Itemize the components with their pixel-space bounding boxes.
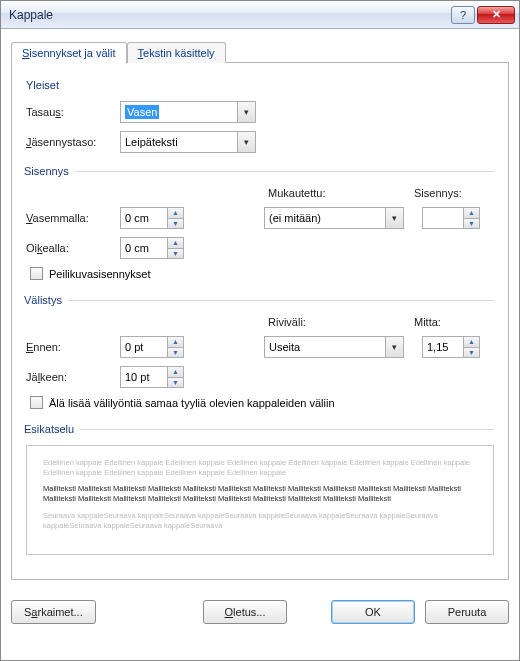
group-general-label: Yleiset: [26, 79, 494, 91]
cancel-button[interactable]: Peruuta: [425, 600, 509, 624]
tabs-button[interactable]: Sarkaimet...: [11, 600, 96, 624]
preview-prev-text: Edellinen kappale Edellinen kappale Edel…: [43, 458, 477, 478]
left-indent-label: Vasemmalla:: [26, 212, 114, 224]
tab-indent-spacing[interactable]: Sisennykset ja välit: [11, 42, 127, 64]
at-label: Mitta:: [414, 316, 441, 328]
group-spacing-label: Välistys: [24, 294, 68, 306]
special-dropdown[interactable]: (ei mitään) ▾: [264, 207, 404, 229]
tab-page: Yleiset Tasaus: Vasen ▾ Jäsennystaso: Le…: [11, 63, 509, 580]
window-title: Kappale: [9, 8, 449, 22]
spin-down-icon[interactable]: ▼: [464, 348, 479, 358]
alignment-label: Tasaus:: [26, 106, 114, 118]
tab-text-flow[interactable]: Tekstin käsittely: [127, 42, 226, 63]
tab-row: Sisennykset ja välit Tekstin käsittely: [11, 37, 509, 63]
ok-button[interactable]: OK: [331, 600, 415, 624]
no-space-same-style-checkbox[interactable]: [30, 396, 43, 409]
spin-down-icon[interactable]: ▼: [464, 219, 479, 229]
spin-down-icon[interactable]: ▼: [168, 249, 183, 259]
default-button[interactable]: Oletus...: [203, 600, 287, 624]
spin-down-icon[interactable]: ▼: [168, 219, 183, 229]
preview-next-text: Seuraava kappaleSeuraava kappaleSeuraava…: [43, 511, 477, 531]
preview-box: Edellinen kappale Edellinen kappale Edel…: [26, 445, 494, 555]
dialog-body: Sisennykset ja välit Tekstin käsittely Y…: [1, 29, 519, 590]
alignment-dropdown[interactable]: Vasen ▾: [120, 101, 256, 123]
titlebar: Kappale ? ✕: [1, 1, 519, 29]
by-spinner[interactable]: ▲▼: [422, 207, 480, 229]
at-spinner[interactable]: 1,15 ▲▼: [422, 336, 480, 358]
no-space-same-style-label: Älä lisää välilyöntiä samaa tyyliä olevi…: [49, 397, 335, 409]
before-label: Ennen:: [26, 341, 114, 353]
special-label: Mukautettu:: [268, 187, 414, 199]
group-spacing: Välistys Riviväli: Mitta: Ennen: 0 pt ▲▼…: [26, 294, 494, 411]
by-label: Sisennys:: [414, 187, 462, 199]
chevron-down-icon[interactable]: ▾: [237, 102, 255, 122]
mirror-indents-label: Peilikuvasisennykset: [49, 268, 151, 280]
alignment-value: Vasen: [125, 105, 159, 119]
group-indent: Sisennys Mukautettu: Sisennys: Vasemmall…: [26, 165, 494, 282]
chevron-down-icon[interactable]: ▾: [385, 208, 403, 228]
group-indent-label: Sisennys: [24, 165, 75, 177]
after-spinner[interactable]: 10 pt ▲▼: [120, 366, 184, 388]
group-preview-label: Esikatselu: [24, 423, 80, 435]
mirror-indents-checkbox[interactable]: [30, 267, 43, 280]
after-label: Jälkeen:: [26, 371, 114, 383]
spin-down-icon[interactable]: ▼: [168, 378, 183, 388]
left-indent-spinner[interactable]: 0 cm ▲▼: [120, 207, 184, 229]
spin-down-icon[interactable]: ▼: [168, 348, 183, 358]
right-indent-label: Oikealla:: [26, 242, 114, 254]
group-preview: Esikatselu Edellinen kappale Edellinen k…: [26, 423, 494, 555]
line-spacing-dropdown[interactable]: Useita ▾: [264, 336, 404, 358]
right-indent-spinner[interactable]: 0 cm ▲▼: [120, 237, 184, 259]
outline-dropdown[interactable]: Leipäteksti ▾: [120, 131, 256, 153]
help-button[interactable]: ?: [451, 6, 475, 24]
spin-up-icon[interactable]: ▲: [464, 337, 479, 348]
spin-up-icon[interactable]: ▲: [168, 208, 183, 219]
outline-value: Leipäteksti: [125, 136, 178, 148]
outline-label: Jäsennystaso:: [26, 136, 114, 148]
chevron-down-icon[interactable]: ▾: [385, 337, 403, 357]
chevron-down-icon[interactable]: ▾: [237, 132, 255, 152]
button-bar: Sarkaimet... Oletus... OK Peruuta: [1, 590, 519, 636]
spin-up-icon[interactable]: ▲: [168, 337, 183, 348]
spin-up-icon[interactable]: ▲: [168, 238, 183, 249]
close-button[interactable]: ✕: [477, 6, 515, 24]
before-spinner[interactable]: 0 pt ▲▼: [120, 336, 184, 358]
line-spacing-label: Riviväli:: [268, 316, 414, 328]
spin-up-icon[interactable]: ▲: [464, 208, 479, 219]
spin-up-icon[interactable]: ▲: [168, 367, 183, 378]
preview-body-text: Malliteksti Malliteksti Malliteksti Mall…: [43, 484, 477, 504]
